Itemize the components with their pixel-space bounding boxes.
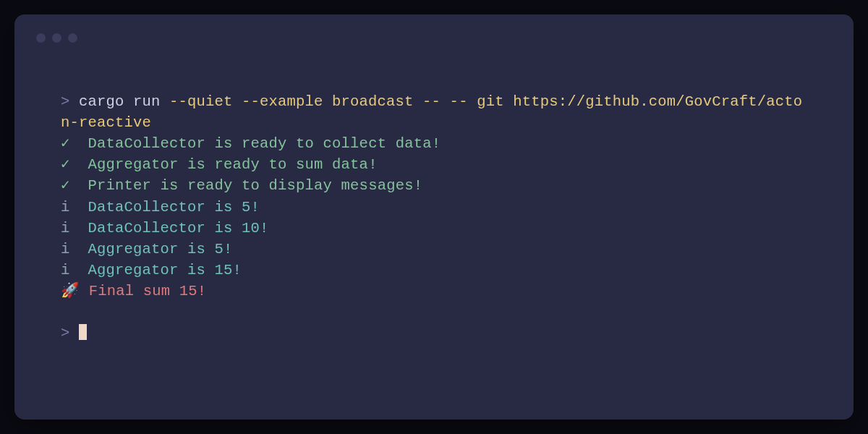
info-icon: i [61, 220, 70, 237]
output-text: Aggregator is ready to sum data! [79, 156, 378, 173]
terminal-window: > cargo run --quiet --example broadcast … [14, 14, 854, 420]
output-line: ✓ DataCollector is ready to collect data… [61, 133, 807, 154]
prompt-symbol: > [61, 93, 70, 110]
output-text: DataCollector is 10! [79, 220, 269, 237]
window-titlebar [14, 27, 854, 48]
info-icon: i [61, 262, 70, 278]
check-icon: ✓ [61, 177, 70, 194]
output-line: 🚀 Final sum 15! [61, 281, 807, 302]
output-text: Aggregator is 5! [79, 241, 233, 258]
close-icon[interactable] [36, 33, 46, 43]
command-args: --quiet --example broadcast -- -- git ht… [61, 93, 802, 131]
info-icon: i [61, 241, 70, 258]
command-base: cargo run [79, 93, 169, 110]
cursor-block [79, 324, 87, 340]
terminal-body[interactable]: > cargo run --quiet --example broadcast … [14, 48, 854, 344]
output-text: Printer is ready to display messages! [79, 177, 422, 194]
rocket-icon: 🚀 [61, 283, 80, 299]
prompt-line: > [61, 323, 807, 344]
output-text: Aggregator is 15! [79, 262, 242, 278]
output-text: Final sum 15! [89, 283, 207, 299]
output-text: DataCollector is ready to collect data! [79, 135, 441, 152]
minimize-icon[interactable] [52, 33, 61, 43]
check-icon: ✓ [61, 156, 70, 173]
output-line: i Aggregator is 5! [61, 239, 807, 260]
output-line: ✓ Printer is ready to display messages! [61, 175, 807, 196]
output-line: i Aggregator is 15! [61, 260, 807, 281]
check-icon: ✓ [61, 135, 70, 152]
output-line: i DataCollector is 5! [61, 197, 807, 218]
command-line: > cargo run --quiet --example broadcast … [61, 91, 807, 133]
output-line: ✓ Aggregator is ready to sum data! [61, 154, 807, 175]
maximize-icon[interactable] [68, 33, 77, 43]
output-text: DataCollector is 5! [79, 199, 260, 216]
prompt-symbol: > [61, 325, 70, 341]
info-icon: i [61, 199, 70, 216]
blank-line [61, 302, 807, 323]
output-container: ✓ DataCollector is ready to collect data… [61, 133, 807, 302]
output-line: i DataCollector is 10! [61, 218, 807, 239]
